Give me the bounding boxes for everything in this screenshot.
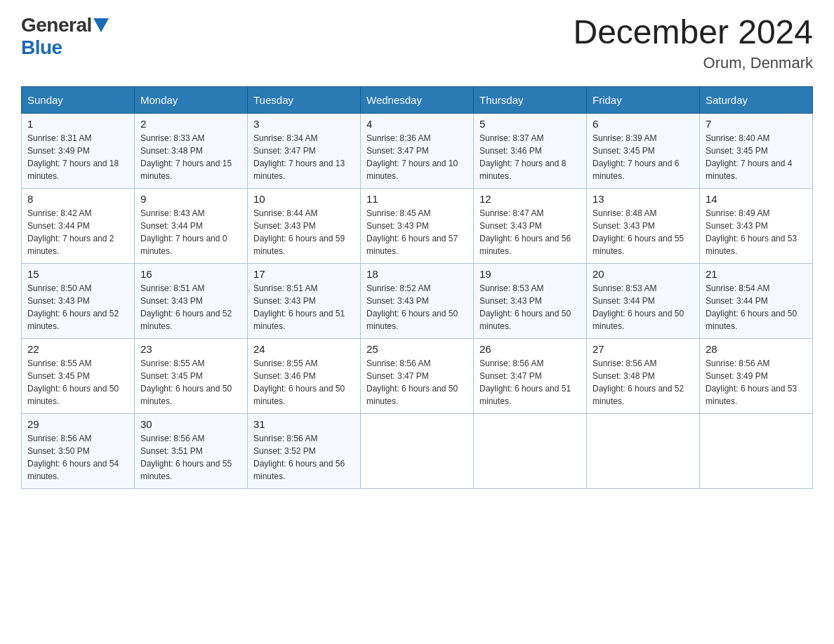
day-number: 29 bbox=[27, 418, 128, 430]
calendar-week-row: 22 Sunrise: 8:55 AMSunset: 3:45 PMDaylig… bbox=[22, 338, 813, 413]
day-number: 14 bbox=[706, 193, 807, 205]
day-number: 28 bbox=[706, 343, 807, 355]
title-area: December 2024 Orum, Denmark bbox=[573, 14, 813, 72]
calendar-cell: 25 Sunrise: 8:56 AMSunset: 3:47 PMDaylig… bbox=[361, 338, 474, 413]
calendar-subtitle: Orum, Denmark bbox=[573, 54, 813, 72]
day-info: Sunrise: 8:48 AMSunset: 3:43 PMDaylight:… bbox=[593, 207, 694, 257]
day-info: Sunrise: 8:51 AMSunset: 3:43 PMDaylight:… bbox=[253, 282, 355, 333]
day-number: 8 bbox=[27, 193, 128, 205]
calendar-cell: 18 Sunrise: 8:52 AMSunset: 3:43 PMDaylig… bbox=[361, 263, 474, 338]
calendar-cell: 7 Sunrise: 8:40 AMSunset: 3:45 PMDayligh… bbox=[700, 113, 813, 188]
logo: General Blue bbox=[21, 14, 109, 59]
calendar-cell: 30 Sunrise: 8:56 AMSunset: 3:51 PMDaylig… bbox=[135, 413, 248, 488]
calendar-cell: 1 Sunrise: 8:31 AMSunset: 3:49 PMDayligh… bbox=[22, 113, 135, 188]
header-thursday: Thursday bbox=[474, 86, 587, 113]
calendar-cell bbox=[474, 413, 587, 488]
day-number: 11 bbox=[366, 193, 468, 205]
day-number: 7 bbox=[706, 118, 807, 130]
logo-blue-text: Blue bbox=[21, 36, 62, 59]
day-info: Sunrise: 8:43 AMSunset: 3:44 PMDaylight:… bbox=[140, 207, 241, 257]
day-info: Sunrise: 8:44 AMSunset: 3:43 PMDaylight:… bbox=[253, 207, 355, 257]
day-info: Sunrise: 8:36 AMSunset: 3:47 PMDaylight:… bbox=[366, 132, 468, 182]
day-info: Sunrise: 8:56 AMSunset: 3:47 PMDaylight:… bbox=[366, 357, 468, 408]
page-header: General Blue December 2024 Orum, Denmark bbox=[21, 14, 813, 72]
day-number: 21 bbox=[706, 268, 807, 280]
header-wednesday: Wednesday bbox=[361, 86, 474, 113]
calendar-table: SundayMondayTuesdayWednesdayThursdayFrid… bbox=[21, 86, 813, 489]
calendar-cell: 22 Sunrise: 8:55 AMSunset: 3:45 PMDaylig… bbox=[22, 338, 135, 413]
calendar-cell: 20 Sunrise: 8:53 AMSunset: 3:44 PMDaylig… bbox=[587, 263, 700, 338]
logo-triangle-icon bbox=[93, 18, 109, 34]
day-number: 30 bbox=[140, 418, 241, 430]
day-number: 10 bbox=[253, 193, 355, 205]
day-number: 2 bbox=[140, 118, 241, 130]
calendar-cell: 13 Sunrise: 8:48 AMSunset: 3:43 PMDaylig… bbox=[587, 188, 700, 263]
header-sunday: Sunday bbox=[22, 86, 135, 113]
day-info: Sunrise: 8:51 AMSunset: 3:43 PMDaylight:… bbox=[140, 282, 241, 333]
day-info: Sunrise: 8:52 AMSunset: 3:43 PMDaylight:… bbox=[366, 282, 468, 333]
calendar-cell: 27 Sunrise: 8:56 AMSunset: 3:48 PMDaylig… bbox=[587, 338, 700, 413]
day-number: 9 bbox=[140, 193, 241, 205]
day-number: 23 bbox=[140, 343, 241, 355]
day-info: Sunrise: 8:53 AMSunset: 3:44 PMDaylight:… bbox=[593, 282, 694, 333]
calendar-cell bbox=[587, 413, 700, 488]
calendar-header-row: SundayMondayTuesdayWednesdayThursdayFrid… bbox=[22, 86, 813, 113]
day-number: 16 bbox=[140, 268, 241, 280]
day-number: 24 bbox=[253, 343, 355, 355]
calendar-week-row: 29 Sunrise: 8:56 AMSunset: 3:50 PMDaylig… bbox=[22, 413, 813, 488]
calendar-cell: 2 Sunrise: 8:33 AMSunset: 3:48 PMDayligh… bbox=[135, 113, 248, 188]
calendar-cell: 23 Sunrise: 8:55 AMSunset: 3:45 PMDaylig… bbox=[135, 338, 248, 413]
calendar-cell bbox=[700, 413, 813, 488]
day-info: Sunrise: 8:33 AMSunset: 3:48 PMDaylight:… bbox=[140, 132, 241, 182]
day-info: Sunrise: 8:55 AMSunset: 3:46 PMDaylight:… bbox=[253, 357, 355, 408]
calendar-title: December 2024 bbox=[573, 14, 813, 51]
calendar-week-row: 8 Sunrise: 8:42 AMSunset: 3:44 PMDayligh… bbox=[22, 188, 813, 263]
logo-general-text: General bbox=[21, 14, 92, 36]
day-number: 4 bbox=[366, 118, 468, 130]
day-number: 6 bbox=[593, 118, 694, 130]
day-info: Sunrise: 8:55 AMSunset: 3:45 PMDaylight:… bbox=[140, 357, 241, 408]
calendar-cell: 17 Sunrise: 8:51 AMSunset: 3:43 PMDaylig… bbox=[248, 263, 361, 338]
day-info: Sunrise: 8:55 AMSunset: 3:45 PMDaylight:… bbox=[27, 357, 128, 408]
day-number: 15 bbox=[27, 268, 128, 280]
day-info: Sunrise: 8:49 AMSunset: 3:43 PMDaylight:… bbox=[706, 207, 807, 257]
day-info: Sunrise: 8:39 AMSunset: 3:45 PMDaylight:… bbox=[593, 132, 694, 182]
day-number: 22 bbox=[27, 343, 128, 355]
svg-marker-0 bbox=[93, 18, 109, 32]
day-number: 13 bbox=[593, 193, 694, 205]
calendar-cell: 9 Sunrise: 8:43 AMSunset: 3:44 PMDayligh… bbox=[135, 188, 248, 263]
day-info: Sunrise: 8:56 AMSunset: 3:51 PMDaylight:… bbox=[140, 432, 241, 483]
calendar-cell: 16 Sunrise: 8:51 AMSunset: 3:43 PMDaylig… bbox=[135, 263, 248, 338]
calendar-cell: 11 Sunrise: 8:45 AMSunset: 3:43 PMDaylig… bbox=[361, 188, 474, 263]
header-tuesday: Tuesday bbox=[248, 86, 361, 113]
day-number: 17 bbox=[253, 268, 355, 280]
day-number: 19 bbox=[479, 268, 581, 280]
day-number: 27 bbox=[593, 343, 694, 355]
calendar-cell: 3 Sunrise: 8:34 AMSunset: 3:47 PMDayligh… bbox=[248, 113, 361, 188]
day-number: 5 bbox=[479, 118, 581, 130]
day-info: Sunrise: 8:53 AMSunset: 3:43 PMDaylight:… bbox=[479, 282, 581, 333]
calendar-cell: 5 Sunrise: 8:37 AMSunset: 3:46 PMDayligh… bbox=[474, 113, 587, 188]
day-number: 3 bbox=[253, 118, 355, 130]
day-number: 26 bbox=[479, 343, 581, 355]
calendar-cell: 15 Sunrise: 8:50 AMSunset: 3:43 PMDaylig… bbox=[22, 263, 135, 338]
day-info: Sunrise: 8:42 AMSunset: 3:44 PMDaylight:… bbox=[27, 207, 128, 257]
calendar-cell: 6 Sunrise: 8:39 AMSunset: 3:45 PMDayligh… bbox=[587, 113, 700, 188]
day-number: 18 bbox=[366, 268, 468, 280]
day-number: 25 bbox=[366, 343, 468, 355]
day-info: Sunrise: 8:37 AMSunset: 3:46 PMDaylight:… bbox=[479, 132, 581, 182]
calendar-week-row: 1 Sunrise: 8:31 AMSunset: 3:49 PMDayligh… bbox=[22, 113, 813, 188]
calendar-week-row: 15 Sunrise: 8:50 AMSunset: 3:43 PMDaylig… bbox=[22, 263, 813, 338]
calendar-cell: 10 Sunrise: 8:44 AMSunset: 3:43 PMDaylig… bbox=[248, 188, 361, 263]
day-info: Sunrise: 8:56 AMSunset: 3:48 PMDaylight:… bbox=[593, 357, 694, 408]
calendar-cell: 14 Sunrise: 8:49 AMSunset: 3:43 PMDaylig… bbox=[700, 188, 813, 263]
calendar-cell: 26 Sunrise: 8:56 AMSunset: 3:47 PMDaylig… bbox=[474, 338, 587, 413]
day-number: 1 bbox=[27, 118, 128, 130]
calendar-cell: 21 Sunrise: 8:54 AMSunset: 3:44 PMDaylig… bbox=[700, 263, 813, 338]
day-info: Sunrise: 8:56 AMSunset: 3:50 PMDaylight:… bbox=[27, 432, 128, 483]
day-info: Sunrise: 8:56 AMSunset: 3:47 PMDaylight:… bbox=[479, 357, 581, 408]
calendar-cell bbox=[361, 413, 474, 488]
day-info: Sunrise: 8:45 AMSunset: 3:43 PMDaylight:… bbox=[366, 207, 468, 257]
header-saturday: Saturday bbox=[700, 86, 813, 113]
calendar-cell: 12 Sunrise: 8:47 AMSunset: 3:43 PMDaylig… bbox=[474, 188, 587, 263]
